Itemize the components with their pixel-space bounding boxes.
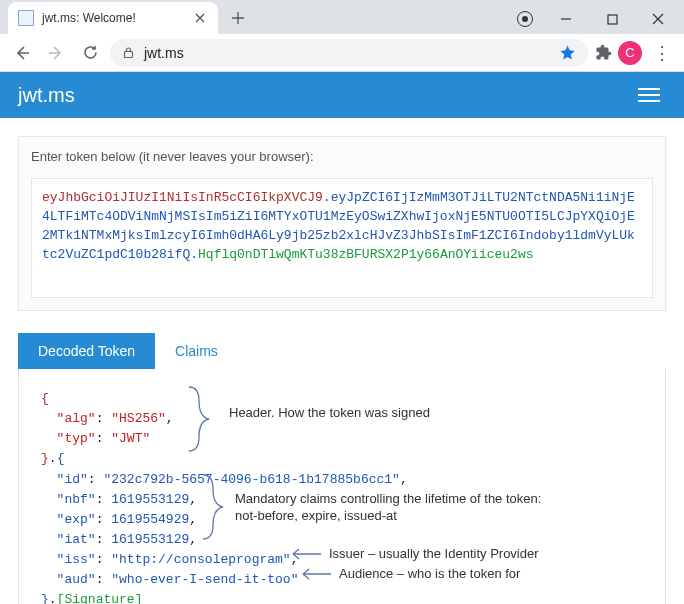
id-key: "id" — [57, 472, 88, 487]
hamburger-menu-icon[interactable] — [638, 81, 666, 109]
tab-strip: Decoded Token Claims — [18, 333, 666, 369]
browser-tab[interactable]: jwt.ms: Welcome! — [8, 2, 218, 34]
browser-titlebar: jwt.ms: Welcome! — [0, 0, 684, 34]
token-input[interactable]: eyJhbGciOiJIUzI1NiIsInR5cCI6IkpXVCJ9.eyJ… — [31, 178, 653, 298]
iat-key: "iat" — [57, 532, 96, 547]
token-input-label: Enter token below (it never leaves your … — [31, 149, 653, 164]
signature-label: [Signature] — [57, 592, 143, 604]
aud-value: "who-ever-I-send-it-too" — [111, 572, 298, 587]
tab-decoded-token[interactable]: Decoded Token — [18, 333, 155, 369]
minimize-button[interactable] — [544, 5, 588, 33]
close-window-button[interactable] — [636, 5, 680, 33]
new-tab-button[interactable] — [224, 4, 252, 32]
lock-icon — [122, 46, 136, 60]
alg-key: "alg" — [57, 411, 96, 426]
reload-button[interactable] — [76, 39, 104, 67]
annotation-lifetime: Mandatory claims controlling the lifetim… — [235, 491, 541, 525]
browser-menu-icon[interactable]: ⋮ — [648, 39, 676, 67]
address-bar[interactable]: jwt.ms — [110, 39, 588, 67]
exp-key: "exp" — [57, 512, 96, 527]
brace-icon — [197, 471, 225, 543]
avatar-letter: C — [625, 45, 634, 60]
tab-claims[interactable]: Claims — [155, 333, 238, 369]
annotation-issuer: Issuer – usually the Identity Provider — [329, 546, 539, 563]
close-tab-icon[interactable] — [192, 10, 208, 26]
annotation-audience: Audience – who is the token for — [339, 566, 520, 583]
brand-title: jwt.ms — [18, 84, 75, 107]
nbf-key: "nbf" — [57, 492, 96, 507]
annotation-header: Header. How the token was signed — [229, 405, 430, 422]
extensions-icon[interactable] — [594, 44, 612, 61]
maximize-button[interactable] — [590, 5, 634, 33]
forward-button[interactable] — [42, 39, 70, 67]
token-header-segment: eyJhbGciOiJIUzI1NiIsInR5cCI6IkpXVCJ9 — [42, 190, 323, 205]
svg-point-1 — [522, 16, 528, 22]
token-signature-segment: Hqflq0nDTlwQmKTu38zBFURSX2P1y66AnOYiiceu… — [198, 247, 533, 262]
url-text: jwt.ms — [144, 45, 551, 61]
iat-value: 1619553129 — [111, 532, 189, 547]
iss-key: "iss" — [57, 552, 96, 567]
arrow-icon — [287, 547, 321, 561]
page-content: Enter token below (it never leaves your … — [0, 118, 684, 604]
back-button[interactable] — [8, 39, 36, 67]
alg-value: "HS256" — [111, 411, 166, 426]
favicon-icon — [18, 10, 34, 26]
incognito-icon[interactable] — [508, 5, 542, 33]
svg-rect-2 — [608, 15, 617, 24]
token-input-section: Enter token below (it never leaves your … — [18, 136, 666, 311]
typ-key: "typ" — [57, 431, 96, 446]
exp-value: 1619554929 — [111, 512, 189, 527]
tab-title: jwt.ms: Welcome! — [42, 11, 192, 25]
profile-avatar[interactable]: C — [618, 41, 642, 65]
id-value: "232c792b-5657-4096-b618-1b17885b6cc1" — [103, 472, 399, 487]
aud-key: "aud" — [57, 572, 96, 587]
iss-value: "http://consoleprogram" — [111, 552, 290, 567]
nbf-value: 1619553129 — [111, 492, 189, 507]
app-header: jwt.ms — [0, 72, 684, 118]
arrow-icon — [297, 567, 331, 581]
typ-value: "JWT" — [111, 431, 150, 446]
brace-icon — [183, 383, 211, 455]
bookmark-star-icon[interactable] — [559, 44, 576, 61]
svg-rect-3 — [125, 51, 133, 57]
decoded-panel: { "alg": "HS256", "typ": "JWT" }.{ "id":… — [18, 369, 666, 604]
browser-toolbar: jwt.ms C ⋮ — [0, 34, 684, 72]
window-buttons — [508, 4, 684, 34]
